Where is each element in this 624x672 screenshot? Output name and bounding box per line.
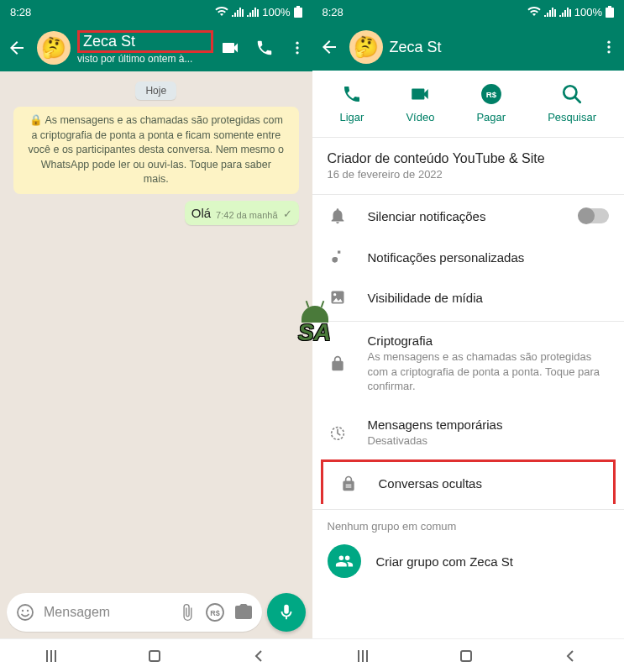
action-video[interactable]: Vídeo [406, 82, 434, 123]
svg-point-3 [296, 46, 298, 49]
svg-point-13 [607, 45, 610, 48]
voice-call-icon[interactable] [255, 39, 274, 57]
groups-section-label: Nenhum grupo em comum [312, 510, 625, 536]
system-nav-bar [0, 638, 312, 672]
more-icon[interactable] [289, 39, 306, 56]
attach-icon[interactable] [178, 603, 197, 622]
svg-point-7 [27, 610, 29, 612]
camera-icon[interactable] [233, 602, 254, 622]
svg-point-5 [18, 605, 33, 620]
recents-button[interactable] [46, 650, 56, 662]
encryption-notice[interactable]: 🔒 As mensagens e as chamadas são protegi… [13, 107, 299, 194]
more-icon[interactable] [600, 39, 617, 55]
message-input[interactable]: Mensagem R$ [7, 593, 262, 632]
svg-point-6 [22, 610, 24, 612]
outgoing-message[interactable]: Olá 7:42 da manhã ✓ [185, 201, 299, 225]
svg-point-20 [333, 293, 336, 296]
battery-percent: 100% [574, 6, 602, 18]
action-pay[interactable]: R$ Pagar [476, 82, 506, 123]
back-nav-button[interactable] [564, 649, 578, 663]
back-nav-button[interactable] [253, 649, 266, 663]
back-button[interactable] [316, 34, 343, 60]
delivered-check-icon: ✓ [283, 207, 292, 220]
mute-toggle[interactable] [579, 208, 609, 223]
svg-rect-1 [296, 6, 300, 8]
status-indicators: 100% [527, 6, 614, 18]
setting-mute[interactable]: Silenciar notificações [312, 195, 625, 237]
svg-point-14 [607, 50, 610, 53]
svg-rect-10 [606, 8, 614, 18]
input-placeholder: Mensagem [44, 605, 170, 620]
about-section[interactable]: Criador de conteúdo YouTube & Site 16 de… [312, 138, 625, 195]
home-button[interactable] [149, 650, 160, 662]
create-group-label: Criar grupo com Zeca St [376, 554, 513, 569]
svg-point-12 [607, 41, 610, 44]
svg-point-2 [296, 41, 298, 44]
action-search[interactable]: Pesquisar [548, 82, 596, 123]
setting-encryption[interactable]: Criptografia As mensagens e as chamadas … [312, 322, 625, 406]
svg-line-18 [574, 97, 580, 102]
group-icon [328, 544, 361, 578]
note-icon [328, 249, 348, 265]
action-call[interactable]: Ligar [340, 82, 364, 123]
mic-button[interactable] [267, 593, 306, 632]
contact-avatar[interactable]: 🤔 [37, 31, 71, 65]
setting-custom-notifications[interactable]: Notificações personalizadas [312, 237, 625, 277]
about-text: Criador de conteúdo YouTube & Site [328, 151, 610, 166]
message-text: Olá [191, 206, 211, 220]
lock-icon [328, 355, 348, 372]
home-button[interactable] [460, 650, 472, 662]
watermark-badge: SA [298, 319, 331, 346]
video-call-icon[interactable] [220, 38, 240, 58]
back-button[interactable] [3, 34, 30, 61]
status-bar: 8:28 100% [0, 0, 312, 24]
status-time: 8:28 [10, 6, 31, 18]
battery-percent: 100% [262, 6, 290, 18]
date-label: Hoje [135, 81, 176, 100]
profile-actions: Ligar Vídeo R$ Pagar Pesquisar [312, 71, 625, 138]
chat-body[interactable]: Hoje 🔒 As mensagens e as chamadas são pr… [0, 71, 312, 588]
create-group-row[interactable]: Criar grupo com Zeca St [312, 536, 625, 586]
settings-list: Silenciar notificações Notificações pers… [312, 195, 625, 504]
system-nav-bar [312, 638, 625, 672]
status-bar: 8:28 100% [312, 0, 625, 24]
contact-name: Zeca St [390, 39, 595, 56]
message-time: 7:42 da manhã [216, 210, 277, 220]
status-time: 8:28 [322, 6, 343, 18]
svg-point-4 [296, 51, 298, 54]
about-date: 16 de fevereiro de 2022 [328, 168, 610, 181]
message-input-bar: Mensagem R$ [0, 588, 312, 638]
image-icon [328, 289, 348, 306]
chat-app-bar: 🤔 Zeca St visto por último ontem à... [0, 24, 312, 71]
setting-disappearing[interactable]: Mensagens temporárias Desativadas [312, 406, 625, 460]
contact-title-block[interactable]: Zeca St visto por último ontem à... [77, 30, 213, 65]
profile-app-bar: 🤔 Zeca St [312, 24, 625, 71]
last-seen: visto por último ontem à... [77, 53, 213, 65]
svg-text:R$: R$ [486, 90, 497, 99]
svg-rect-0 [294, 8, 302, 18]
chat-lock-icon [338, 474, 359, 492]
setting-media-visibility[interactable]: Visibilidade de mídia [312, 277, 625, 322]
setting-hidden-chats[interactable]: Conversas ocultas [321, 459, 616, 504]
recents-button[interactable] [358, 650, 368, 662]
svg-text:R$: R$ [210, 609, 220, 617]
contact-avatar[interactable]: 🤔 [349, 30, 383, 64]
payment-icon[interactable]: R$ [205, 602, 225, 622]
contact-name: Zeca St [77, 30, 213, 53]
svg-rect-11 [608, 6, 611, 8]
emoji-icon[interactable] [15, 602, 35, 622]
bell-icon [328, 207, 348, 225]
status-indicators: 100% [215, 6, 302, 18]
timer-icon [328, 423, 348, 442]
